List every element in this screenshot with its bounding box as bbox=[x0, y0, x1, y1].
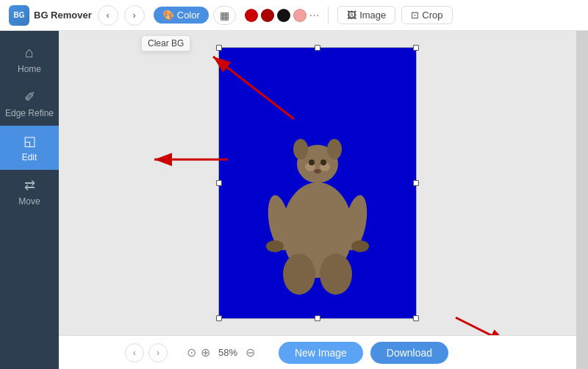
color-button[interactable]: 🎨 Color bbox=[154, 7, 209, 24]
toolbar-section: 🎨 Color ▦ bbox=[154, 6, 236, 25]
image-icon: 🖼 bbox=[347, 10, 356, 21]
image-canvas bbox=[218, 47, 417, 319]
sidebar-item-edit[interactable]: ◱ Edit bbox=[0, 126, 59, 170]
download-button[interactable]: Download bbox=[370, 342, 448, 364]
app-logo: BG BG Remover bbox=[9, 5, 92, 26]
bottom-actions: New Image Download bbox=[279, 342, 448, 364]
next-button[interactable]: › bbox=[148, 343, 168, 362]
main-content: ⌂ Home ✐ Edge Refine ◱ Edit ⇄ Move bbox=[0, 31, 588, 369]
svg-point-10 bbox=[266, 240, 284, 252]
app-title: BG Remover bbox=[34, 10, 92, 21]
handle-top-left[interactable] bbox=[216, 45, 222, 51]
zoom-level: 58% bbox=[215, 347, 241, 358]
color-pink[interactable] bbox=[293, 9, 306, 22]
zoom-in-button[interactable]: ⊕ bbox=[201, 345, 210, 359]
move-icon: ⇄ bbox=[24, 177, 35, 193]
svg-point-1 bbox=[293, 139, 308, 160]
divider bbox=[328, 7, 329, 24]
svg-point-14 bbox=[314, 169, 321, 173]
right-panel bbox=[576, 31, 588, 369]
handle-top-mid[interactable] bbox=[315, 45, 320, 51]
logo-icon: BG bbox=[9, 5, 29, 26]
zoom-reset-button[interactable]: ⊙ bbox=[187, 345, 196, 359]
zoom-out-button[interactable]: ⊖ bbox=[245, 345, 255, 359]
svg-point-8 bbox=[283, 254, 315, 295]
crop-button[interactable]: ⊡ Crop bbox=[401, 6, 452, 24]
edit-icon: ◱ bbox=[24, 133, 36, 149]
more-colors-button[interactable]: ··· bbox=[309, 9, 319, 22]
crop-icon: ⊡ bbox=[411, 10, 419, 21]
handle-mid-left[interactable] bbox=[216, 180, 222, 186]
color-black[interactable] bbox=[277, 9, 290, 22]
svg-point-11 bbox=[351, 240, 369, 252]
nav-forward-button[interactable]: › bbox=[124, 5, 145, 26]
color-palette: ··· bbox=[245, 9, 319, 22]
sidebar: ⌂ Home ✐ Edge Refine ◱ Edit ⇄ Move bbox=[0, 31, 59, 369]
svg-point-13 bbox=[320, 160, 326, 165]
sidebar-item-edge-refine[interactable]: ✐ Edge Refine bbox=[0, 82, 59, 126]
image-button[interactable]: 🖼 Image bbox=[337, 6, 395, 24]
bottom-bar: ‹ › ⊙ ⊕ 58% ⊖ New Image Download bbox=[59, 335, 576, 369]
handle-top-right[interactable] bbox=[413, 45, 419, 51]
zoom-controls: ⊙ ⊕ 58% ⊖ bbox=[187, 345, 255, 359]
nav-back-button[interactable]: ‹ bbox=[98, 5, 118, 26]
checkerboard-button[interactable]: ▦ bbox=[213, 6, 236, 25]
nav-arrows: ‹ › bbox=[125, 343, 168, 362]
color-dark[interactable] bbox=[261, 9, 274, 22]
clear-bg-tooltip: Clear BG bbox=[141, 35, 190, 51]
handle-bottom-mid[interactable] bbox=[315, 315, 320, 321]
svg-line-18 bbox=[456, 318, 507, 335]
sidebar-item-home[interactable]: ⌂ Home bbox=[0, 37, 59, 82]
svg-point-12 bbox=[309, 160, 315, 165]
home-icon: ⌂ bbox=[25, 44, 34, 61]
handle-bottom-left[interactable] bbox=[216, 315, 222, 321]
canvas-area: ‹ › ⊙ ⊕ 58% ⊖ New Image Download bbox=[59, 31, 576, 369]
svg-point-2 bbox=[327, 139, 342, 160]
title-bar: BG BG Remover ‹ › 🎨 Color ▦ ··· 🖼 Image … bbox=[0, 0, 588, 31]
baby-image bbox=[259, 135, 376, 296]
edge-refine-icon: ✐ bbox=[24, 89, 35, 105]
handle-mid-right[interactable] bbox=[413, 180, 419, 186]
handle-bottom-right[interactable] bbox=[413, 315, 419, 321]
sidebar-item-move[interactable]: ⇄ Move bbox=[0, 170, 59, 214]
new-image-button[interactable]: New Image bbox=[279, 342, 363, 364]
canvas-workspace[interactable] bbox=[59, 31, 576, 335]
svg-point-9 bbox=[320, 254, 352, 295]
checkerboard-icon: ▦ bbox=[220, 10, 229, 21]
color-red[interactable] bbox=[245, 9, 258, 22]
palette-icon: 🎨 bbox=[162, 10, 174, 21]
prev-button[interactable]: ‹ bbox=[125, 343, 144, 362]
